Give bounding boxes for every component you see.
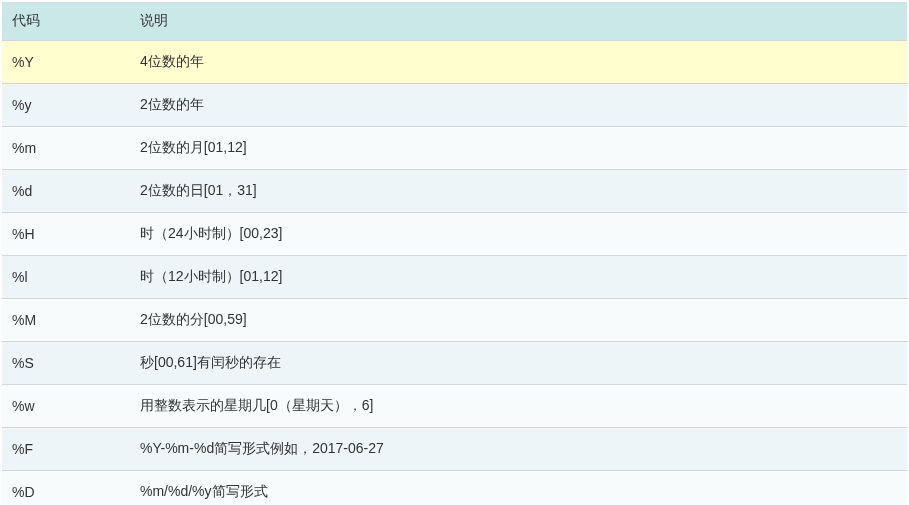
cell-description: 秒[00,61]有闰秒的存在 (130, 342, 907, 385)
cell-code: %F (2, 428, 130, 471)
cell-code: %w (2, 385, 130, 428)
cell-description: 时（12小时制）[01,12] (130, 256, 907, 299)
format-codes-table: 代码 说明 %Y 4位数的年 %y 2位数的年 %m 2位数的月[01,12] … (2, 2, 907, 505)
cell-code: %l (2, 256, 130, 299)
cell-description: 2位数的日[01，31] (130, 170, 907, 213)
cell-description: 2位数的年 (130, 84, 907, 127)
cell-code: %H (2, 213, 130, 256)
table-row: %M 2位数的分[00,59] (2, 299, 907, 342)
table-row: %m 2位数的月[01,12] (2, 127, 907, 170)
header-code: 代码 (2, 2, 130, 41)
table-row: %l 时（12小时制）[01,12] (2, 256, 907, 299)
cell-code: %Y (2, 41, 130, 84)
cell-description: 2位数的月[01,12] (130, 127, 907, 170)
header-description: 说明 (130, 2, 907, 41)
cell-code: %M (2, 299, 130, 342)
cell-description: %Y-%m-%d简写形式例如，2017-06-27 (130, 428, 907, 471)
cell-code: %D (2, 471, 130, 506)
table-row: %F %Y-%m-%d简写形式例如，2017-06-27 (2, 428, 907, 471)
cell-description: 2位数的分[00,59] (130, 299, 907, 342)
table-row: %w 用整数表示的星期几[0（星期天），6] (2, 385, 907, 428)
cell-description: 时（24小时制）[00,23] (130, 213, 907, 256)
table-row: %Y 4位数的年 (2, 41, 907, 84)
table-row: %S 秒[00,61]有闰秒的存在 (2, 342, 907, 385)
cell-code: %d (2, 170, 130, 213)
cell-description: 用整数表示的星期几[0（星期天），6] (130, 385, 907, 428)
table-header-row: 代码 说明 (2, 2, 907, 41)
table-row: %D %m/%d/%y简写形式 (2, 471, 907, 506)
cell-code: %y (2, 84, 130, 127)
cell-description: %m/%d/%y简写形式 (130, 471, 907, 506)
table-row: %d 2位数的日[01，31] (2, 170, 907, 213)
cell-description: 4位数的年 (130, 41, 907, 84)
table-row: %y 2位数的年 (2, 84, 907, 127)
cell-code: %m (2, 127, 130, 170)
cell-code: %S (2, 342, 130, 385)
table-row: %H 时（24小时制）[00,23] (2, 213, 907, 256)
